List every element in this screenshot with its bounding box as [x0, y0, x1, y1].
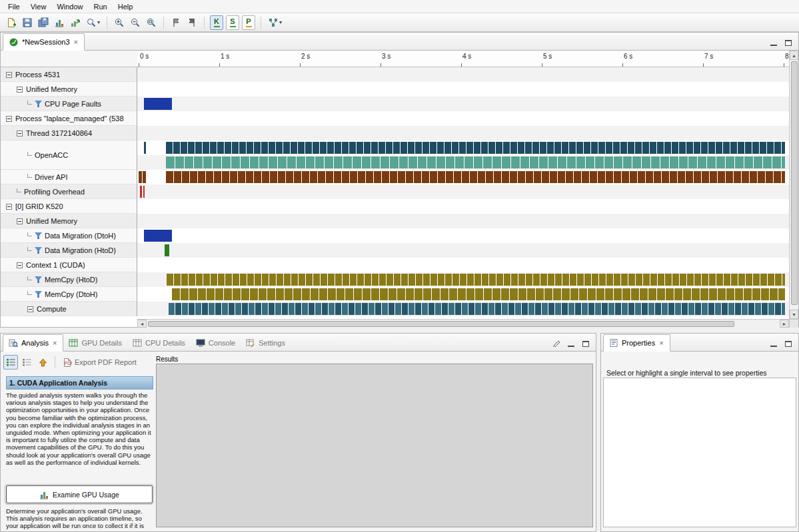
save-all-icon[interactable]: [36, 15, 51, 30]
tree-collapse-icon[interactable]: [17, 262, 23, 268]
timeline-bar[interactable]: [169, 303, 786, 315]
export-results-icon[interactable]: [68, 15, 83, 30]
search-menu-icon[interactable]: ▾: [84, 15, 102, 30]
close-icon[interactable]: ×: [658, 339, 664, 347]
kernel-timeline-toggle[interactable]: K: [210, 15, 223, 30]
minimize-icon[interactable]: [769, 339, 778, 347]
tree-row-cpu-page-faults[interactable]: CPU Page Faults: [1, 97, 137, 111]
tree-row-memcpy-htod[interactable]: MemCpy (HtoD): [1, 272, 137, 287]
timeline-bar[interactable]: [165, 244, 169, 256]
menu-run[interactable]: Run: [89, 1, 113, 12]
close-icon[interactable]: ×: [52, 339, 57, 347]
zoom-in-icon[interactable]: [112, 15, 127, 30]
timeline-lane-data-migration-htod[interactable]: [137, 243, 789, 258]
timeline-bar[interactable]: [166, 156, 785, 168]
tab-cpu-details[interactable]: CPU Details: [127, 334, 191, 352]
scroll-up-icon[interactable]: ▲: [790, 51, 798, 60]
timeline-lane-openacc[interactable]: [137, 140, 789, 155]
timeline-lane-openacc[interactable]: [137, 155, 789, 170]
guided-analysis-icon[interactable]: [3, 355, 18, 370]
timeline-lane-unified-memory[interactable]: [137, 214, 789, 228]
horizontal-scrollbar-thumb[interactable]: [148, 321, 734, 327]
minimize-icon[interactable]: [769, 38, 778, 46]
scroll-right-icon[interactable]: ►: [780, 320, 789, 328]
tree-row-profiling-overhead[interactable]: Profiling Overhead: [1, 184, 137, 199]
menu-window[interactable]: Window: [51, 1, 88, 12]
tree-row-memcpy-dtoh[interactable]: MemCpy (DtoH): [1, 287, 137, 302]
timeline-lane-memcpy-dtoh[interactable]: [137, 287, 789, 302]
maximize-icon[interactable]: [581, 339, 590, 347]
timeline-lane-driver-api[interactable]: [137, 170, 789, 184]
analysis-menu-icon[interactable]: ▾: [266, 15, 284, 30]
tree-row-data-migration-htod[interactable]: Data Migration (HtoD): [1, 243, 137, 258]
marker-prev-icon[interactable]: [169, 15, 183, 30]
tree-row-compute[interactable]: Compute: [1, 302, 137, 316]
timeline-lane-process-laplace-managed-538[interactable]: [137, 111, 789, 126]
tree-collapse-icon[interactable]: [6, 72, 12, 78]
timeline-lane-memcpy-htod[interactable]: [137, 272, 789, 287]
timeline-chart-icon[interactable]: [52, 15, 67, 30]
tree-row-data-migration-dtoh[interactable]: Data Migration (DtoH): [1, 228, 137, 243]
filter-icon[interactable]: [35, 101, 42, 107]
marker-next-icon[interactable]: [185, 15, 199, 30]
scroll-down-icon[interactable]: ▼: [790, 310, 798, 319]
timeline-bar[interactable]: [144, 142, 146, 154]
export-pdf-button[interactable]: PDF Export PDF Report: [60, 358, 139, 368]
tree-collapse-icon[interactable]: [27, 306, 33, 312]
tab-analysis[interactable]: Analysis ×: [3, 334, 63, 352]
timeline-lane-unified-memory[interactable]: [137, 82, 789, 97]
timeline-lane-profiling-overhead[interactable]: [137, 184, 789, 199]
tree-row-context-1-cuda[interactable]: Context 1 (CUDA): [1, 258, 137, 272]
vertical-scrollbar-thumb[interactable]: [791, 61, 798, 305]
zoom-out-icon[interactable]: [128, 15, 143, 30]
tree-row-0-grid-k520[interactable]: [0] GRID K520: [1, 199, 137, 214]
timeline-bar[interactable]: [140, 186, 141, 198]
view-menu-icon[interactable]: [552, 339, 561, 347]
timeline-bar[interactable]: [167, 274, 785, 286]
filter-icon[interactable]: [35, 247, 42, 254]
menu-file[interactable]: File: [3, 1, 25, 12]
timeline-lane-process-4531[interactable]: [137, 67, 789, 82]
zoom-fit-icon[interactable]: [144, 15, 159, 30]
tree-collapse-icon[interactable]: [17, 87, 23, 93]
tree-collapse-icon[interactable]: [17, 131, 23, 136]
maximize-icon[interactable]: [784, 38, 793, 46]
vertical-scrollbar[interactable]: ▲ ▼: [789, 51, 798, 319]
menu-view[interactable]: View: [25, 1, 52, 12]
session-tab[interactable]: *NewSession3 ×: [3, 33, 85, 51]
timeline-bar[interactable]: [166, 171, 785, 183]
tree-collapse-icon[interactable]: [6, 204, 12, 210]
tab-settings[interactable]: Settings: [241, 334, 291, 352]
tab-gpu-details[interactable]: GPU Details: [63, 334, 127, 352]
tab-properties[interactable]: Properties ×: [603, 334, 670, 352]
timeline-lane-0-grid-k520[interactable]: [137, 199, 789, 214]
timeline-ruler[interactable]: 0 s1 s2 s3 s4 s5 s6 s7 s8: [137, 51, 789, 67]
filter-icon[interactable]: [35, 232, 42, 239]
tree-row-process-4531[interactable]: Process 4531: [1, 67, 137, 82]
timeline-lane-thread-3172140864[interactable]: [137, 126, 789, 140]
timeline-bar[interactable]: [172, 288, 786, 300]
timeline-bar[interactable]: [166, 142, 785, 154]
examine-gpu-usage-button[interactable]: Examine GPU Usage: [6, 485, 153, 503]
close-icon[interactable]: ×: [73, 38, 79, 46]
tree-collapse-icon[interactable]: [6, 116, 12, 122]
tree-collapse-icon[interactable]: [17, 218, 23, 224]
tree-row-openacc[interactable]: OpenACC: [1, 140, 137, 170]
tree-row-thread-3172140864[interactable]: Thread 3172140864: [1, 126, 137, 140]
timeline-lane-context-1-cuda[interactable]: [137, 258, 789, 272]
tree-row-process-laplace-managed-538[interactable]: Process "laplace_managed" (538: [1, 111, 137, 126]
maximize-icon[interactable]: [784, 339, 793, 347]
save-icon[interactable]: [20, 15, 35, 30]
new-session-icon[interactable]: [4, 15, 19, 30]
filter-icon[interactable]: [35, 276, 42, 283]
horizontal-scrollbar[interactable]: ◄ ►: [137, 319, 789, 328]
tree-row-unified-memory[interactable]: Unified Memory: [1, 214, 137, 228]
timeline-bar[interactable]: [139, 171, 146, 183]
collapse-all-icon[interactable]: [35, 355, 50, 370]
stream-timeline-toggle[interactable]: S: [226, 15, 239, 30]
timeline-bar[interactable]: [143, 186, 145, 198]
tree-row-unified-memory[interactable]: Unified Memory: [1, 82, 137, 97]
tree-row-driver-api[interactable]: Driver API: [1, 170, 137, 184]
minimize-icon[interactable]: [566, 339, 576, 347]
tab-console[interactable]: Console: [191, 334, 241, 352]
